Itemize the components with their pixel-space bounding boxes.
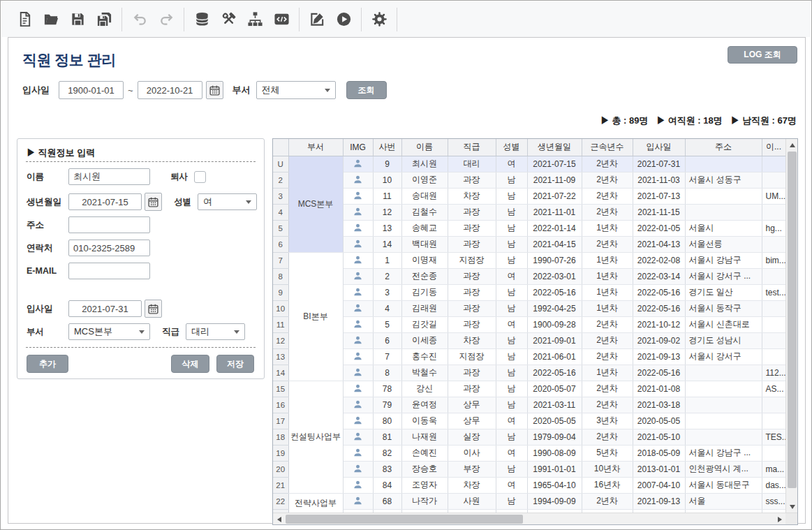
birth-cell[interactable]: 2021-07-22 — [527, 188, 582, 204]
gender-cell[interactable]: 남 — [496, 188, 527, 204]
email-cell[interactable] — [762, 156, 785, 172]
img-cell[interactable] — [343, 397, 373, 413]
email-cell[interactable]: 112... — [762, 365, 785, 381]
birth-cell[interactable]: 2021-09-01 — [527, 332, 582, 348]
email-cell[interactable] — [762, 332, 785, 348]
row-number-cell[interactable]: 18 — [273, 429, 288, 445]
row-number-cell[interactable]: 14 — [273, 365, 288, 381]
hire-cell[interactable]: 2021-07-31 — [633, 156, 685, 172]
delete-button[interactable]: 삭제 — [171, 355, 209, 373]
search-button[interactable]: 조회 — [346, 81, 387, 99]
name-cell[interactable]: 송혜교 — [401, 220, 448, 236]
table-row[interactable]: 126이세종차장남2021-09-012년차2021-09-02경기도 성남시 — [273, 332, 785, 348]
email-cell[interactable]: bim... — [762, 252, 785, 268]
column-header-6[interactable]: 성별 — [496, 139, 527, 156]
address-cell[interactable]: 서울시 동대문구 — [685, 477, 762, 493]
img-cell[interactable] — [343, 413, 373, 429]
table-row[interactable]: 148박철수과장남2022-05-161년차2022-05-16112... — [273, 365, 785, 381]
settings-button[interactable] — [366, 6, 392, 33]
address-cell[interactable] — [685, 381, 762, 397]
hire-cell[interactable]: 2022-01-05 — [633, 220, 685, 236]
birth-field[interactable] — [68, 193, 142, 210]
emp-id-cell[interactable]: 11 — [373, 188, 401, 204]
position-cell[interactable]: 차장 — [448, 477, 496, 493]
address-cell[interactable] — [685, 156, 762, 172]
table-row[interactable]: 137홍수진지점장남2021-06-012년차2021-09-13서울시 강서구 — [273, 348, 785, 365]
address-cell[interactable] — [685, 429, 762, 445]
new-document-button[interactable] — [11, 6, 38, 33]
row-number-cell[interactable]: 20 — [273, 461, 288, 477]
birth-cell[interactable]: 2020-05-05 — [527, 413, 582, 429]
dept-select[interactable]: MCS본부 — [68, 323, 150, 340]
table-row[interactable]: 614백대원과장남2021-04-152년차2021-04-13서울선릉 — [273, 236, 785, 252]
gender-cell[interactable]: 남 — [496, 493, 527, 509]
img-cell[interactable] — [343, 284, 373, 300]
position-cell[interactable]: 과장 — [448, 204, 496, 220]
hire-cell[interactable]: 2021-09-13 — [633, 348, 685, 365]
years-cell[interactable]: 1년차 — [582, 268, 633, 284]
row-number-cell[interactable]: 6 — [273, 236, 288, 252]
address-cell[interactable]: 서울선릉 — [685, 236, 762, 252]
address-cell[interactable] — [685, 188, 762, 204]
row-number-cell[interactable]: 11 — [273, 316, 288, 332]
position-cell[interactable]: 과장 — [448, 284, 496, 300]
years-cell[interactable]: 2년차 — [582, 429, 633, 445]
email-cell[interactable] — [762, 445, 785, 461]
position-cell[interactable]: 상무 — [448, 397, 496, 413]
years-cell[interactable]: 2년차 — [582, 381, 633, 397]
address-cell[interactable]: 서울 — [685, 493, 762, 509]
row-number-cell[interactable]: 3 — [273, 188, 288, 204]
scroll-down-arrow[interactable] — [786, 501, 797, 513]
gender-cell[interactable]: 남 — [496, 429, 527, 445]
email-cell[interactable] — [762, 413, 785, 429]
vertical-scrollbar[interactable] — [785, 139, 797, 513]
img-cell[interactable] — [343, 477, 373, 493]
name-cell[interactable]: 최시원 — [401, 156, 448, 172]
years-cell[interactable]: 5년차 — [582, 445, 633, 461]
img-cell[interactable] — [343, 172, 373, 188]
name-cell[interactable]: 홍수진 — [401, 348, 448, 365]
position-cell[interactable]: 과장 — [448, 316, 496, 332]
years-cell[interactable]: 1년차 — [582, 284, 633, 300]
email-cell[interactable] — [762, 397, 785, 413]
table-row[interactable]: 210이영준과장남2021-11-092년차2021-11-03서울시 성동구 — [273, 172, 785, 188]
email-cell[interactable] — [762, 300, 785, 316]
name-cell[interactable]: 김철수 — [401, 204, 448, 220]
years-cell[interactable]: 1년차 — [582, 220, 633, 236]
email-cell[interactable] — [762, 268, 785, 284]
column-header-11[interactable]: 이... — [762, 139, 785, 156]
emp-id-cell[interactable]: 4 — [373, 300, 401, 316]
name-cell[interactable]: 김갓길 — [401, 316, 448, 332]
years-cell[interactable]: 2년차 — [582, 172, 633, 188]
code-button[interactable] — [268, 6, 295, 33]
gender-cell[interactable]: 남 — [496, 381, 527, 397]
table-row[interactable]: 412김철수과장남2021-11-012년차2021-11-15 — [273, 204, 785, 220]
gender-cell[interactable]: 남 — [496, 220, 527, 236]
address-cell[interactable]: 서울시 강서구 — [685, 348, 762, 365]
email-cell[interactable]: hg... — [762, 220, 785, 236]
name-cell[interactable]: 김기동 — [401, 284, 448, 300]
emp-id-cell[interactable]: 14 — [373, 236, 401, 252]
img-cell[interactable] — [343, 316, 373, 332]
birth-cell[interactable]: 2022-03-01 — [527, 268, 582, 284]
column-header-7[interactable]: 생년월일 — [527, 139, 582, 156]
birth-cell[interactable]: 1990-08-09 — [527, 445, 582, 461]
img-cell[interactable] — [343, 268, 373, 284]
birth-cell[interactable]: 2021-06-01 — [527, 348, 582, 365]
address-cell[interactable]: 서울시 강남구 ... — [685, 445, 762, 461]
column-header[interactable] — [273, 139, 288, 156]
email-cell[interactable] — [762, 204, 785, 220]
email-cell[interactable]: TES... — [762, 429, 785, 445]
img-cell[interactable] — [343, 204, 373, 220]
emp-id-cell[interactable]: 80 — [373, 413, 401, 429]
img-cell[interactable] — [343, 332, 373, 348]
hire-cell[interactable]: 2021-01-08 — [633, 381, 685, 397]
add-button[interactable]: 추가 — [27, 355, 68, 373]
birth-cell[interactable]: 2021-03-11 — [527, 397, 582, 413]
emp-id-cell[interactable]: 68 — [373, 493, 401, 509]
gender-cell[interactable]: 남 — [496, 348, 527, 365]
email-cell[interactable]: sss... — [762, 493, 785, 509]
save-button[interactable] — [64, 6, 91, 33]
gender-cell[interactable]: 여 — [496, 316, 527, 332]
hire-cell[interactable]: 2022-03-14 — [633, 268, 685, 284]
